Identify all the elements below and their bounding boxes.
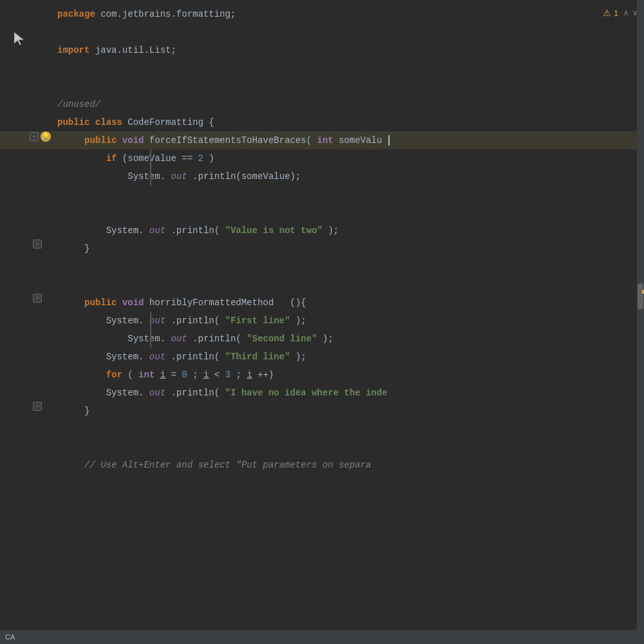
code-content: } — [55, 402, 644, 420]
code-line: for ( int i = 0 ; i < 3 ; i ++) — [0, 366, 644, 384]
status-bar: CA — [0, 630, 644, 644]
keyword-for: for — [106, 370, 122, 380]
keyword: public — [57, 117, 90, 128]
indent-guide — [150, 317, 151, 348]
number: 2 — [198, 153, 203, 164]
plain-text: (someValue == — [122, 153, 198, 164]
indent — [57, 460, 79, 470]
text-cursor — [388, 135, 390, 146]
plain-text: ; — [236, 370, 247, 380]
code-content: System. out .println( "Value is not two"… — [55, 222, 644, 240]
plain-text: .println( — [171, 352, 220, 362]
indent — [57, 388, 100, 398]
indent — [57, 243, 79, 254]
code-content: // Use Alt+Enter and select "Put paramet… — [55, 456, 644, 474]
code-line: System. out .println( "Second line" ); — [0, 330, 644, 348]
keyword-void: void — [122, 135, 144, 146]
keyword: class — [95, 117, 122, 128]
plain-text: horriblyFormattedMethod (){ — [149, 298, 307, 308]
indent — [57, 334, 122, 344]
plain-text: System. — [106, 388, 144, 398]
plain-text: com.jetbrains.formatting; — [100, 9, 236, 19]
method-out: out — [149, 225, 166, 236]
plain-text: .println( — [171, 316, 220, 326]
scrollbar-thumb[interactable] — [638, 283, 643, 309]
code-content: } — [55, 240, 644, 258]
code-line: − } — [0, 240, 644, 258]
keyword-if: if — [106, 153, 117, 164]
code-content: package com.jetbrains.formatting; — [55, 5, 644, 23]
code-line: System. out .println( "First line" ); — [0, 312, 644, 330]
path-text: /unused/ — [57, 99, 100, 109]
method-out: out — [149, 388, 166, 398]
scrollbar-track — [637, 0, 644, 644]
gutter: − — [0, 240, 55, 249]
indent — [57, 406, 79, 416]
plain-text: System. — [106, 352, 144, 362]
code-content: System. out .println( "I have no idea wh… — [55, 384, 644, 402]
code-line — [0, 23, 644, 41]
code-content: if (someValue == 2 ) — [55, 149, 644, 167]
comment-text: // Use Alt+Enter and select "Put paramet… — [84, 460, 371, 470]
plain-text: System. — [128, 334, 166, 344]
plain-text: ); — [328, 225, 339, 236]
plain-text: System. — [106, 225, 144, 236]
var-i3: i — [247, 370, 252, 380]
code-line — [0, 420, 644, 438]
fold-icon[interactable]: − — [33, 240, 42, 249]
code-line: − public void horriblyFormattedMethod ()… — [0, 294, 644, 312]
code-line: System. out .println( "Third line" ); — [0, 348, 644, 366]
fold-icon[interactable]: − — [33, 402, 42, 411]
code-line — [0, 438, 644, 456]
keyword: package — [57, 9, 95, 19]
string-literal: "Second line" — [247, 334, 317, 344]
bulb-icon[interactable]: 💡 — [41, 131, 51, 142]
code-line: − } — [0, 402, 644, 420]
code-line — [0, 258, 644, 276]
indent — [57, 316, 100, 326]
string-literal: "I have no idea where the inde — [225, 388, 388, 398]
plain-text: .println(someValue); — [193, 171, 301, 182]
keyword: public — [84, 298, 117, 308]
plain-text: .println( — [171, 225, 220, 236]
string-literal: "First line" — [225, 316, 290, 326]
code-line: System. out .println( "Value is not two"… — [0, 222, 644, 240]
indent-guide — [150, 155, 151, 185]
code-line — [0, 276, 644, 294]
indent — [57, 225, 100, 236]
code-content: System. out .println( "Third line" ); — [55, 348, 644, 366]
plain-text: < — [214, 370, 225, 380]
ca-label: CA — [5, 633, 15, 641]
code-content: System. out .println( "Second line" ); — [55, 330, 644, 348]
code-area: package com.jetbrains.formatting; import… — [0, 0, 644, 644]
plain-text: ( — [128, 370, 133, 380]
plain-text: ; — [193, 370, 204, 380]
code-line — [0, 204, 644, 222]
keyword-void: void — [122, 298, 144, 308]
fold-icon[interactable]: − — [33, 294, 42, 303]
editor-container: ⚠ 1 ∧ ∨ package com.jetbrains.formatting… — [0, 0, 644, 644]
code-line: /unused/ — [0, 95, 644, 113]
code-content: public void forceIfStatementsToHaveBrace… — [55, 131, 644, 149]
code-line: package com.jetbrains.formatting; — [0, 5, 644, 23]
code-line: public class CodeFormatting { — [0, 113, 644, 131]
plain-text: forceIfStatementsToHaveBraces( — [149, 135, 312, 146]
indent — [57, 298, 79, 308]
plain-text: .println( — [171, 388, 220, 398]
code-content: public void horriblyFormattedMethod (){ — [55, 294, 644, 312]
keyword-int: int — [317, 135, 333, 146]
plain-text: ); — [296, 316, 307, 326]
code-content: System. out .println( "First line" ); — [55, 312, 644, 330]
fold-icon[interactable]: − — [30, 132, 39, 141]
code-line: import java.util.List; — [0, 41, 644, 59]
plain-text: } — [84, 406, 90, 416]
keyword: public — [84, 135, 117, 146]
code-line: System. out .println(someValue); — [0, 167, 644, 185]
code-content: public class CodeFormatting { — [55, 113, 644, 131]
method-out: out — [149, 352, 166, 362]
indent — [57, 135, 79, 146]
plain-text: System. — [106, 316, 144, 326]
indent — [57, 352, 100, 362]
indent — [57, 171, 122, 182]
code-line — [0, 185, 644, 204]
